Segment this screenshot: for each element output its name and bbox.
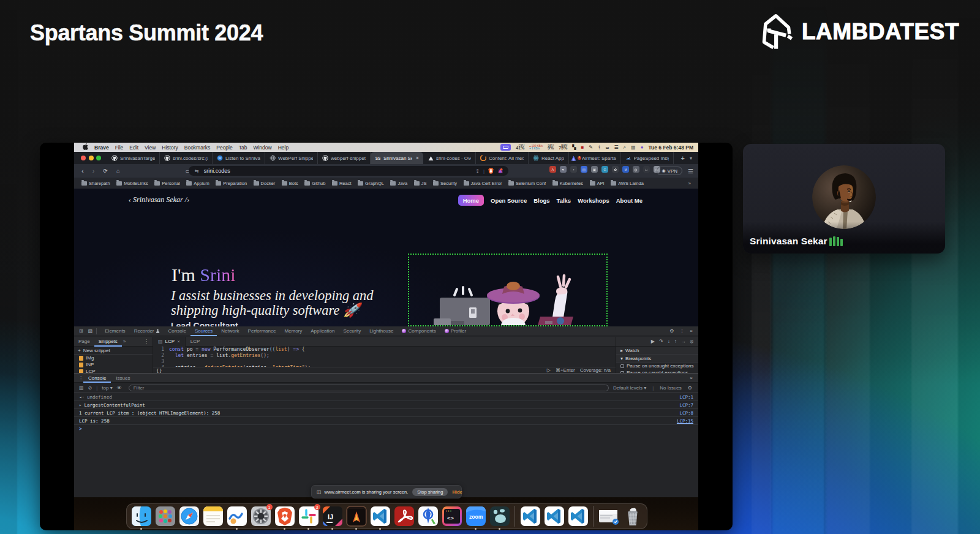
browser-tab[interactable]: PageSpeed Insig: [621, 152, 674, 164]
url-text[interactable]: srini.codes: [204, 168, 230, 174]
inspect-icon[interactable]: ⊞: [79, 328, 83, 334]
issues-count[interactable]: No Issues: [660, 385, 682, 391]
control-center-icon[interactable]: ▥: [631, 145, 636, 150]
address-bar[interactable]: ⇆ srini.codes ⇪ |: [189, 166, 508, 176]
nav-talks[interactable]: Talks: [557, 197, 571, 204]
close-drawer-icon[interactable]: ×: [690, 375, 693, 381]
dock-settings-icon[interactable]: 1: [250, 505, 272, 527]
menu-tab[interactable]: Tab: [239, 145, 247, 151]
checkbox-icon[interactable]: [620, 364, 624, 368]
menu-file[interactable]: File: [115, 145, 124, 151]
home-button[interactable]: ⌂: [116, 168, 119, 174]
deactivate-bp-icon[interactable]: ⦻: [690, 339, 693, 345]
console-tab[interactable]: Console: [83, 374, 111, 383]
menu-bookmarks[interactable]: Bookmarks: [184, 145, 211, 151]
bookmark-js[interactable]: JS: [414, 181, 427, 186]
bookmark-sharepath[interactable]: Sharepath: [81, 181, 110, 186]
bookmark-security[interactable]: Security: [433, 181, 457, 186]
page-tab[interactable]: Page: [74, 337, 94, 347]
extension-icon[interactable]: ♥: [560, 166, 567, 173]
browser-tab[interactable]: srini.codes/src:(scr: [160, 152, 213, 164]
spotlight-icon[interactable]: ⌕: [624, 145, 626, 151]
nav-open-source[interactable]: Open Source: [491, 197, 527, 204]
hide-button[interactable]: Hide: [452, 489, 462, 495]
apple-menu-icon[interactable]: [83, 143, 88, 151]
watch-section[interactable]: ▸Watch: [616, 347, 698, 355]
dock-vscode-icon[interactable]: [369, 505, 391, 527]
bookmarks-overflow-chevron[interactable]: »: [688, 181, 691, 186]
dock-minimized-window-icon[interactable]: [598, 505, 620, 527]
dock-finder-icon[interactable]: [130, 505, 153, 527]
battery-icon[interactable]: ▭: [606, 145, 609, 149]
reload-button[interactable]: ⟳: [103, 168, 108, 174]
browser-tab[interactable]: SrinivasanTarget/w: [107, 152, 160, 164]
minimize-window-button[interactable]: [89, 156, 94, 160]
bookmark-appium[interactable]: Appium: [186, 181, 209, 186]
step-icon[interactable]: →: [681, 339, 686, 344]
devtools-tab-recorder[interactable]: Recorder: [130, 326, 164, 336]
bookmark-preparation[interactable]: Preparation: [216, 181, 247, 186]
console-filter-input[interactable]: Filter: [129, 385, 609, 391]
console-source-link[interactable]: LCP:15: [677, 418, 693, 424]
app-status-icon-1[interactable]: ▚: [572, 145, 576, 150]
console-log-row[interactable]: ◂·undefinedLCP:1: [74, 393, 698, 401]
app-status-icon-2[interactable]: ■: [581, 145, 584, 150]
eye-icon[interactable]: 👁: [117, 385, 122, 391]
breakpoints-section[interactable]: ▾Breakpoints: [616, 355, 698, 363]
devtools-tab-profiler[interactable]: Profiler: [440, 326, 470, 336]
context-selector[interactable]: top ▾: [102, 385, 112, 391]
nav-workshops[interactable]: Workshops: [578, 197, 609, 204]
dock-brave-icon[interactable]: [274, 505, 296, 527]
console-log-row[interactable]: LCP is: 258LCP:15: [74, 417, 698, 425]
console-settings-icon[interactable]: ⚙: [688, 385, 692, 391]
bookmark-selenium-conf[interactable]: Selenium Conf: [508, 181, 546, 186]
console-source-link[interactable]: LCP:1: [679, 394, 693, 400]
devtools-tab-elements[interactable]: Elements: [100, 326, 129, 336]
dock-notes-icon[interactable]: [202, 505, 224, 527]
menu-view[interactable]: View: [145, 145, 156, 151]
bookmark-github[interactable]: Github: [304, 181, 325, 186]
bookmark-aws-lamda[interactable]: AWS Lamda: [611, 181, 644, 186]
menu-help[interactable]: Help: [278, 145, 288, 151]
menu-window[interactable]: Window: [253, 145, 271, 151]
devtools-tab-network[interactable]: Network: [217, 326, 243, 336]
dock-paws-icon[interactable]: [489, 505, 511, 527]
device-toolbar-icon[interactable]: ▧: [88, 328, 93, 334]
console-log-row[interactable]: ▸LargestContentfulPaintLCP:7: [74, 401, 698, 409]
devtools-tab-lighthouse[interactable]: Lighthouse: [365, 326, 398, 336]
back-button[interactable]: ‹: [81, 167, 84, 175]
extension-icon[interactable]: □: [643, 166, 650, 173]
pause-uncaught-checkbox[interactable]: Pause on uncaught exceptions: [616, 363, 698, 369]
browser-tab[interactable]: SSSrinivasan Sek×: [371, 152, 423, 164]
forward-button[interactable]: ›: [92, 167, 95, 175]
more-tabs-chevron[interactable]: »: [123, 339, 126, 344]
stepinto-icon[interactable]: ↓: [668, 339, 670, 344]
devtools-kebab-icon[interactable]: ⋮: [679, 328, 684, 334]
issues-tab[interactable]: Issues: [111, 374, 135, 383]
dock-freeform-icon[interactable]: [226, 505, 248, 527]
console-kebab-icon[interactable]: ⋮: [78, 375, 83, 381]
bookmark-personal[interactable]: Personal: [154, 181, 180, 186]
tab-search-chevron[interactable]: ▾: [690, 156, 692, 161]
extension-icon[interactable]: ✿: [612, 166, 619, 173]
devtools-tab-memory[interactable]: Memory: [280, 326, 306, 336]
extension-icon[interactable]: ◔: [570, 166, 577, 173]
share-icon[interactable]: ⇪: [475, 168, 480, 174]
wifi-icon[interactable]: ☰: [614, 145, 618, 150]
bookmark-mobilelinks[interactable]: MobileLinks: [116, 181, 148, 186]
console-prompt[interactable]: >: [74, 425, 698, 432]
bluetooth-icon[interactable]: ᚼ: [598, 145, 601, 150]
devtools-tab-components[interactable]: Components: [398, 326, 440, 336]
console-log-row[interactable]: 1 current LCP item : (object HTMLImageEl…: [74, 409, 698, 417]
browser-tab[interactable]: Content: All media: [476, 152, 529, 164]
dock-acrobat-icon[interactable]: [393, 505, 415, 527]
extension-icon[interactable]: G: [601, 166, 608, 173]
console-source-link[interactable]: LCP:7: [679, 402, 693, 408]
window-controls[interactable]: [81, 156, 101, 160]
dock-slack-icon[interactable]: 3: [298, 505, 320, 527]
bookmark-kubernetes[interactable]: Kubernetes: [552, 181, 583, 186]
snippet-img[interactable]: IMg: [74, 355, 153, 361]
snippets-tab[interactable]: Snippets: [94, 337, 122, 347]
console-sidebar-icon[interactable]: ▥: [79, 385, 84, 391]
browser-tab[interactable]: webperf-snippets: [318, 152, 371, 164]
